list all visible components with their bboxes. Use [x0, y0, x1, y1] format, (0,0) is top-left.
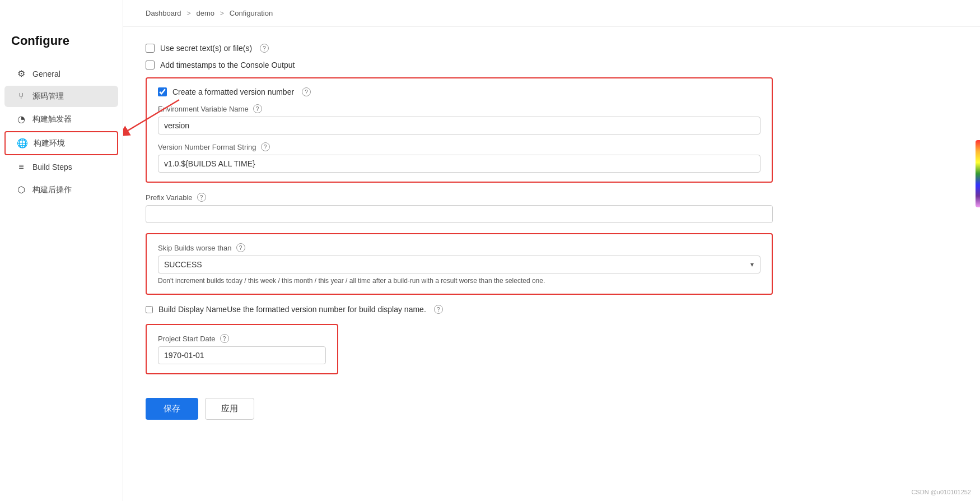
trigger-icon: ◔: [16, 114, 27, 124]
sidebar-label-trigger: 构建触发器: [32, 114, 72, 124]
button-row: 保存 应用: [146, 398, 773, 420]
prefix-variable-section: Prefix Variable ?: [146, 193, 773, 223]
env-var-help[interactable]: ?: [253, 104, 262, 113]
post-icon: ⬡: [16, 184, 27, 195]
version-format-help[interactable]: ?: [261, 142, 270, 151]
prefix-variable-label: Prefix Variable ?: [146, 193, 773, 202]
skip-builds-help[interactable]: ?: [236, 243, 245, 252]
build-display-checkbox[interactable]: [146, 306, 153, 313]
page-title: Configure: [0, 34, 123, 62]
save-button[interactable]: 保存: [146, 398, 198, 420]
skip-builds-section: Skip Builds worse than ? SUCCESS UNSTABL…: [146, 233, 773, 295]
skip-builds-select[interactable]: SUCCESS UNSTABLE FAILURE NOT_BUILT ABORT…: [158, 256, 760, 273]
gear-icon: ⚙: [16, 68, 27, 79]
sidebar-item-steps[interactable]: ≡ Build Steps: [4, 156, 118, 178]
use-secret-section: Use secret text(s) or file(s) ?: [146, 44, 773, 53]
rainbow-decoration: [976, 140, 980, 207]
create-version-checkbox[interactable]: [158, 87, 167, 96]
sidebar-label-steps: Build Steps: [32, 163, 72, 171]
sidebar-item-env[interactable]: 🌐 构建环境: [4, 131, 118, 155]
create-version-section: Create a formatted version number ? Envi…: [146, 77, 773, 183]
build-display-section: Build Display NameUse the formatted vers…: [146, 305, 773, 314]
create-version-label: Create a formatted version number: [172, 87, 294, 96]
breadcrumb-sep1: >: [186, 9, 191, 17]
prefix-variable-input[interactable]: [146, 205, 773, 223]
env-var-name-label: Environment Variable Name ?: [158, 104, 760, 113]
sidebar-item-trigger[interactable]: ◔ 构建触发器: [4, 108, 118, 130]
prefix-variable-help[interactable]: ?: [197, 193, 206, 202]
skip-builds-select-wrapper: SUCCESS UNSTABLE FAILURE NOT_BUILT ABORT…: [158, 256, 760, 273]
create-version-row: Create a formatted version number ?: [158, 87, 760, 96]
version-format-input[interactable]: [158, 155, 760, 173]
create-version-help[interactable]: ?: [302, 87, 311, 96]
breadcrumb-dashboard[interactable]: Dashboard: [146, 9, 181, 17]
use-secret-label: Use secret text(s) or file(s): [160, 44, 252, 53]
skip-builds-label: Skip Builds worse than ?: [158, 243, 760, 252]
project-start-date-label: Project Start Date ?: [158, 334, 326, 343]
sidebar-label-source: 源码管理: [32, 91, 64, 101]
project-start-date-section: Project Start Date ?: [146, 324, 338, 374]
form-content: Use secret text(s) or file(s) ? Add time…: [123, 27, 795, 437]
version-format-label: Version Number Format String ?: [158, 142, 760, 151]
use-secret-checkbox[interactable]: [146, 44, 155, 53]
project-start-date-help[interactable]: ?: [220, 334, 229, 343]
add-timestamps-section: Add timestamps to the Console Output: [146, 61, 773, 69]
breadcrumb-sep2: >: [220, 9, 225, 17]
build-display-label: Build Display NameUse the formatted vers…: [158, 305, 426, 314]
use-secret-help[interactable]: ?: [260, 44, 269, 53]
breadcrumb: Dashboard > demo > Configuration: [123, 0, 980, 27]
env-var-name-field: Environment Variable Name ?: [158, 104, 760, 134]
sidebar-item-post[interactable]: ⬡ 构建后操作: [4, 179, 118, 201]
apply-button[interactable]: 应用: [205, 398, 254, 420]
add-timestamps-label: Add timestamps to the Console Output: [160, 61, 295, 69]
watermark: CSDN @u010101252: [911, 489, 971, 495]
sidebar-item-source[interactable]: ⑂ 源码管理: [4, 86, 118, 107]
breadcrumb-configuration: Configuration: [230, 9, 273, 17]
project-start-date-input[interactable]: [158, 346, 326, 364]
sidebar-label-env: 构建环境: [34, 138, 65, 149]
build-display-help[interactable]: ?: [434, 305, 443, 314]
steps-icon: ≡: [16, 162, 27, 172]
sidebar-label-post: 构建后操作: [32, 185, 72, 195]
sidebar-item-general[interactable]: ⚙ General: [4, 63, 118, 85]
sidebar: Configure ⚙ General ⑂ 源码管理 ◔ 构建触发器 🌐 构建环…: [0, 0, 123, 501]
env-var-name-input[interactable]: [158, 117, 760, 134]
add-timestamps-checkbox[interactable]: [146, 61, 155, 69]
sidebar-label-general: General: [32, 69, 60, 78]
skip-builds-hint: Don't increment builds today / this week…: [158, 277, 760, 285]
version-format-field: Version Number Format String ?: [158, 142, 760, 173]
breadcrumb-demo[interactable]: demo: [196, 9, 214, 17]
env-icon: 🌐: [17, 138, 28, 149]
source-icon: ⑂: [16, 91, 27, 101]
main-content: Dashboard > demo > Configuration Use sec…: [123, 0, 980, 501]
